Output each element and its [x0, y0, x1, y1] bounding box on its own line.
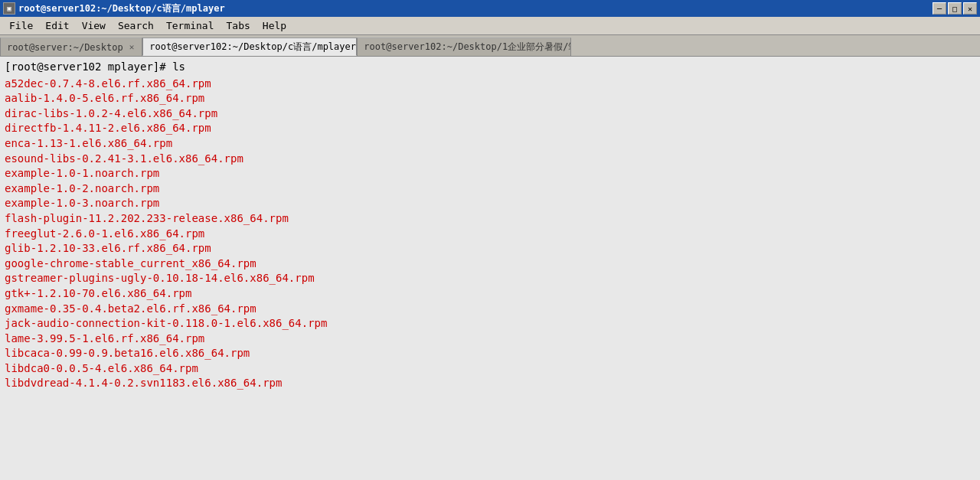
menu-tabs[interactable]: Tabs — [220, 18, 256, 33]
app-icon: ▣ — [3, 2, 15, 15]
terminal-line: libdvdread-4.1.4-0.2.svn1183.el6.x86_64.… — [5, 376, 975, 391]
minimize-button[interactable]: ─ — [933, 2, 946, 15]
terminal-line: google-chrome-stable_current_x86_64.rpm — [5, 256, 975, 272]
terminal-line: example-1.0-1.noarch.rpm — [5, 166, 975, 181]
menu-bar: File Edit View Search Terminal Tabs Help — [0, 17, 980, 35]
terminal-line: jack-audio-connection-kit-0.118.0-1.el6.… — [5, 316, 975, 331]
terminal-line: a52dec-0.7.4-8.el6.rf.x86_64.rpm — [5, 77, 975, 92]
tab-bar: root@server:~/Desktop ✕ root@server102:~… — [0, 35, 980, 57]
tab-0-close[interactable]: ✕ — [128, 42, 136, 52]
tab-0[interactable]: root@server:~/Desktop ✕ — [0, 38, 142, 56]
window-title: root@server102:~/Desktop/c语言/mplayer — [18, 2, 225, 15]
menu-file[interactable]: File — [3, 18, 39, 33]
terminal-prompt: [root@server102 mplayer]# ls — [5, 60, 975, 75]
terminal-line: libcaca-0.99-0.9.beta16.el6.x86_64.rpm — [5, 346, 975, 361]
terminal-line: directfb-1.4.11-2.el6.x86_64.rpm — [5, 121, 975, 136]
terminal-line: flash-plugin-11.2.202.233-release.x86_64… — [5, 211, 975, 227]
terminal-line: esound-libs-0.2.41-3.1.el6.x86_64.rpm — [5, 152, 975, 167]
terminal-line: aalib-1.4.0-5.el6.rf.x86_64.rpm — [5, 91, 975, 106]
menu-terminal[interactable]: Terminal — [160, 18, 220, 33]
menu-edit[interactable]: Edit — [39, 18, 75, 33]
terminal-output[interactable]: [root@server102 mplayer]# lsa52dec-0.7.4… — [0, 57, 980, 480]
terminal-line: glib-1.2.10-33.el6.rf.x86_64.rpm — [5, 241, 975, 256]
terminal-line: example-1.0-3.noarch.rpm — [5, 196, 975, 211]
terminal-line: libdca0-0.0.5-4.el6.x86_64.rpm — [5, 361, 975, 377]
tab-2-label: root@server102:~/Desktop/1企业部分暑假/笔记 — [364, 41, 571, 54]
menu-search[interactable]: Search — [112, 18, 160, 33]
terminal-line: gtk+-1.2.10-70.el6.x86_64.rpm — [5, 286, 975, 302]
tab-1-label: root@server102:~/Desktop/c语言/mplayer — [149, 41, 356, 54]
tab-2[interactable]: root@server102:~/Desktop/1企业部分暑假/笔记 ✕ — [357, 38, 571, 56]
terminal-line: gxmame-0.35-0.4.beta2.el6.rf.x86_64.rpm — [5, 302, 975, 317]
terminal-line: lame-3.99.5-1.el6.rf.x86_64.rpm — [5, 331, 975, 347]
menu-help[interactable]: Help — [256, 18, 292, 33]
window-controls: ─ □ ✕ — [933, 2, 977, 15]
terminal-line: gstreamer-plugins-ugly-0.10.18-14.el6.x8… — [5, 271, 975, 286]
terminal-line: freeglut-2.6.0-1.el6.x86_64.rpm — [5, 227, 975, 242]
close-button[interactable]: ✕ — [963, 2, 977, 15]
title-bar: ▣ root@server102:~/Desktop/c语言/mplayer ─… — [0, 0, 980, 17]
terminal-line: example-1.0-2.noarch.rpm — [5, 181, 975, 197]
tab-0-label: root@server:~/Desktop — [7, 42, 123, 53]
terminal-line: dirac-libs-1.0.2-4.el6.x86_64.rpm — [5, 106, 975, 122]
terminal-line: enca-1.13-1.el6.x86_64.rpm — [5, 136, 975, 152]
maximize-button[interactable]: □ — [948, 2, 962, 15]
menu-view[interactable]: View — [76, 18, 112, 33]
title-bar-left: ▣ root@server102:~/Desktop/c语言/mplayer — [3, 2, 225, 15]
tab-1[interactable]: root@server102:~/Desktop/c语言/mplayer ✕ — [142, 38, 357, 56]
